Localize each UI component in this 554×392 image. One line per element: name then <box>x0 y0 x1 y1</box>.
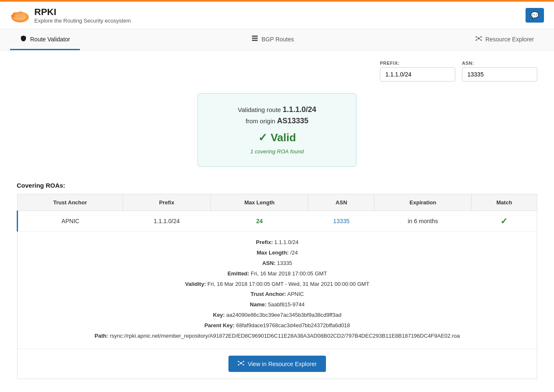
detail-emitted: Emitted: Fri, 16 Mar 2018 17:00:05 GMT <box>28 270 527 278</box>
td-max-length: 24 <box>210 211 308 232</box>
svg-line-22 <box>241 363 244 365</box>
svg-line-12 <box>476 38 479 40</box>
detail-prefix: Prefix: 1.1.1.0/24 <box>28 238 527 247</box>
header-left: RPKI Explore the Routing Security ecosys… <box>10 7 131 24</box>
th-expiration: Expiration <box>374 194 472 211</box>
nav-resource-explorer-label: Resource Explorer <box>485 36 534 43</box>
network-icon <box>475 35 482 43</box>
th-max-length: Max Length <box>210 194 308 211</box>
checkmark-icon: ✓ <box>258 131 267 144</box>
inputs-row: PREFIX: ASN: <box>17 61 537 81</box>
svg-line-20 <box>241 361 244 363</box>
th-match: Match <box>472 194 537 211</box>
logo-area: RPKI Explore the Routing Security ecosys… <box>10 7 131 24</box>
detail-trust-anchor: Trust Anchor: APNIC <box>28 290 527 299</box>
view-btn-label: View in Resource Explorer <box>248 361 317 367</box>
chat-icon: 💬 <box>531 12 539 19</box>
nav-bgp-routes-label: BGP Routes <box>262 36 294 43</box>
svg-line-11 <box>479 37 481 38</box>
nav-route-validator[interactable]: Route Validator <box>10 29 80 50</box>
td-expiration: in 6 months <box>374 211 472 232</box>
td-prefix: 1.1.1.0/24 <box>123 211 211 232</box>
prefix-label: PREFIX: <box>380 61 455 66</box>
prefix-input-group: PREFIX: <box>380 61 455 81</box>
view-btn-wrap: View in Resource Explorer <box>18 349 537 379</box>
svg-rect-2 <box>252 36 258 37</box>
nav-route-validator-label: Route Validator <box>30 36 70 43</box>
table-header: Trust Anchor Prefix Max Length ASN Expir… <box>18 194 537 211</box>
table-icon <box>251 35 258 43</box>
validating-route-line: Validating route 1.1.1.0/24 <box>215 105 339 114</box>
nav-resource-explorer[interactable]: Resource Explorer <box>465 29 544 50</box>
th-asn: ASN <box>308 194 374 211</box>
detail-parent-key: Parent Key: 68faf9dace19768cac3d4ed7bb24… <box>28 321 527 330</box>
detail-section: Prefix: 1.1.1.0/24 Max Length: /24 ASN: … <box>18 232 537 349</box>
covering-roas-title: Covering ROAs: <box>17 182 537 189</box>
origin-line: from origin AS13335 <box>215 117 339 125</box>
main-nav: Route Validator BGP Routes Resource Expl… <box>0 29 554 51</box>
header: RPKI Explore the Routing Security ecosys… <box>0 2 554 29</box>
detail-key: Key: aa24090e86c3bc39ee7ac345b3bf9a38cd9… <box>28 311 527 320</box>
svg-rect-4 <box>252 40 258 41</box>
app-title: RPKI <box>34 7 131 18</box>
svg-line-10 <box>476 37 479 38</box>
main-content: PREFIX: ASN: Validating route 1.1.1.0/24… <box>0 51 554 389</box>
td-asn[interactable]: 13335 <box>308 211 374 232</box>
validating-route-label: Validating route <box>238 106 282 113</box>
view-resource-explorer-button[interactable]: View in Resource Explorer <box>228 356 326 372</box>
cloudflare-logo <box>10 7 30 24</box>
asn-label: ASN: <box>462 61 537 66</box>
table-row: APNIC 1.1.1.0/24 24 13335 in 6 months ✓ <box>18 211 537 232</box>
from-origin-label: from origin <box>246 117 277 125</box>
td-match: ✓ <box>472 211 537 232</box>
svg-line-21 <box>239 363 241 365</box>
detail-row: Prefix: 1.1.1.0/24 Max Length: /24 ASN: … <box>18 232 537 379</box>
th-trust-anchor: Trust Anchor <box>18 194 123 211</box>
detail-name: Name: 5aabf815-9744 <box>28 300 527 309</box>
match-checkmark-icon: ✓ <box>500 216 508 226</box>
valid-text: Valid <box>271 131 296 144</box>
app-subtitle: Explore the Routing Security ecosystem <box>34 18 131 24</box>
footer-info: The RPKI Portal is made available solely… <box>0 389 554 392</box>
validation-card: Validating route 1.1.1.0/24 from origin … <box>197 93 357 167</box>
valid-status: ✓ Valid <box>215 131 339 144</box>
asn-input[interactable] <box>462 67 537 81</box>
detail-asn: ASN: 13335 <box>28 259 527 268</box>
detail-path: Path: rsync://rpki.apnic.net/member_repo… <box>28 332 527 341</box>
origin-value: AS13335 <box>277 117 308 125</box>
covering-roas-section: Covering ROAs: Trust Anchor Prefix Max L… <box>17 182 537 379</box>
th-prefix: Prefix <box>123 194 211 211</box>
svg-line-13 <box>479 38 481 40</box>
route-prefix-value: 1.1.1.0/24 <box>283 105 316 114</box>
detail-validity: Validity: Fri, 16 Mar 2018 17:00:05 GMT … <box>28 280 527 289</box>
asn-input-group: ASN: <box>462 61 537 81</box>
svg-rect-3 <box>252 38 258 39</box>
prefix-input[interactable] <box>380 67 455 81</box>
shield-icon <box>20 35 27 43</box>
td-trust-anchor: APNIC <box>18 211 123 232</box>
nav-bgp-routes[interactable]: BGP Routes <box>241 29 304 50</box>
roa-found-text: 1 covering ROA found <box>215 148 339 155</box>
chat-button[interactable]: 💬 <box>526 8 544 23</box>
svg-line-19 <box>239 361 241 363</box>
roas-table: Trust Anchor Prefix Max Length ASN Expir… <box>17 194 537 379</box>
logo-text: RPKI Explore the Routing Security ecosys… <box>34 7 131 24</box>
resource-explorer-btn-icon <box>238 360 244 368</box>
detail-max-length: Max Length: /24 <box>28 249 527 257</box>
